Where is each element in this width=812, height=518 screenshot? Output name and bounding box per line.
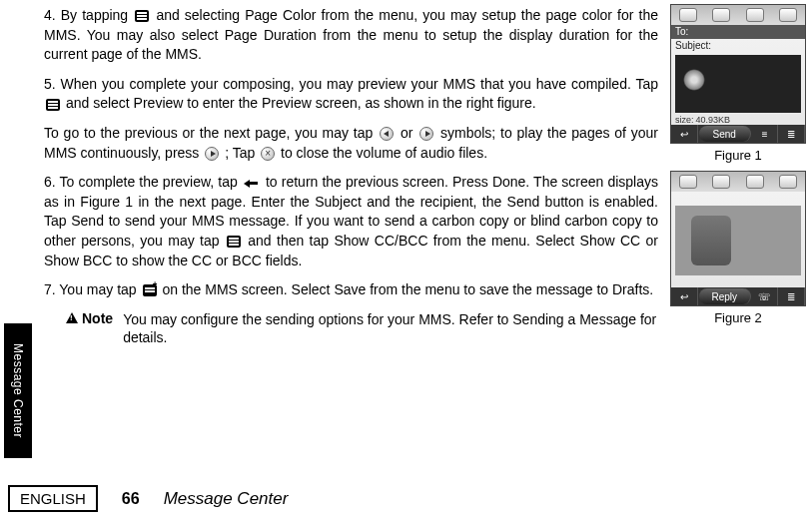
note-label: Note bbox=[82, 310, 113, 326]
page-number: 66 bbox=[122, 490, 140, 508]
toolbar-icon[interactable] bbox=[746, 175, 764, 189]
toolbar-icon[interactable] bbox=[712, 8, 730, 22]
nav-e: to close the volume of audio files. bbox=[281, 145, 487, 161]
menu-icon bbox=[46, 99, 60, 111]
size-value: 40.93KB bbox=[696, 115, 731, 125]
send-button[interactable]: Send bbox=[699, 126, 751, 142]
step5-b: and select Preview to enter the Preview … bbox=[66, 95, 536, 111]
figure-1-screenshot: To: Subject: size: 40.93KB ↩ Send ≡ ≣ bbox=[670, 4, 806, 144]
step5-a: 5. When you complete your composing, you… bbox=[44, 76, 658, 92]
toolbar-icon[interactable] bbox=[779, 8, 797, 22]
toolbar-icon[interactable] bbox=[712, 175, 730, 189]
nav-a: To go to the previous or the next page, … bbox=[44, 125, 378, 141]
step6-a: 6. To complete the preview, tap bbox=[44, 174, 242, 190]
menu-icon bbox=[135, 10, 149, 22]
mute-icon bbox=[261, 147, 275, 161]
option-button[interactable]: ☏ bbox=[752, 287, 779, 305]
back-button[interactable]: ↩ bbox=[671, 287, 698, 305]
option-button[interactable]: ≣ bbox=[778, 287, 805, 305]
figure-2-screenshot: ↩ Reply ☏ ≣ bbox=[670, 171, 806, 306]
step7-a: 7. You may tap bbox=[44, 281, 141, 297]
toolbar-icon[interactable] bbox=[746, 8, 764, 22]
page-footer: ENGLISH 66 Message Center bbox=[0, 485, 812, 512]
home-icon[interactable] bbox=[679, 175, 697, 189]
menu-plus-icon bbox=[143, 284, 157, 296]
language-indicator: ENGLISH bbox=[8, 485, 98, 512]
step4-a: 4. By tapping bbox=[44, 7, 133, 23]
warning-icon bbox=[66, 312, 78, 323]
option-button[interactable]: ≡ bbox=[752, 125, 779, 143]
section-title: Message Center bbox=[164, 489, 289, 509]
prev-page-icon bbox=[380, 127, 394, 141]
step7-b: on the MMS screen. Select Save from the … bbox=[162, 281, 653, 297]
back-button[interactable]: ↩ bbox=[671, 125, 698, 143]
subject-field[interactable]: Subject: bbox=[671, 39, 805, 53]
figure-1-caption: Figure 1 bbox=[670, 148, 806, 163]
play-icon bbox=[205, 147, 219, 161]
phone-toolbar bbox=[671, 172, 805, 192]
phone-toolbar bbox=[671, 5, 805, 25]
size-label: size: bbox=[675, 115, 694, 125]
mms-image bbox=[675, 206, 801, 275]
reply-button[interactable]: Reply bbox=[699, 288, 751, 304]
note-text: You may configure the sending options fo… bbox=[123, 310, 658, 346]
next-page-icon bbox=[419, 127, 433, 141]
nav-d: ; Tap bbox=[225, 145, 259, 161]
body-text: 4. By tapping and selecting Page Color f… bbox=[44, 6, 658, 346]
toolbar-icon[interactable] bbox=[779, 175, 797, 189]
menu-icon bbox=[227, 236, 241, 248]
figure-2-caption: Figure 2 bbox=[670, 310, 806, 325]
back-icon bbox=[244, 178, 260, 188]
nav-b: or bbox=[401, 125, 417, 141]
mms-image bbox=[675, 55, 801, 113]
to-field[interactable]: To: bbox=[671, 25, 805, 39]
home-icon[interactable] bbox=[679, 8, 697, 22]
option-button[interactable]: ≣ bbox=[778, 125, 805, 143]
